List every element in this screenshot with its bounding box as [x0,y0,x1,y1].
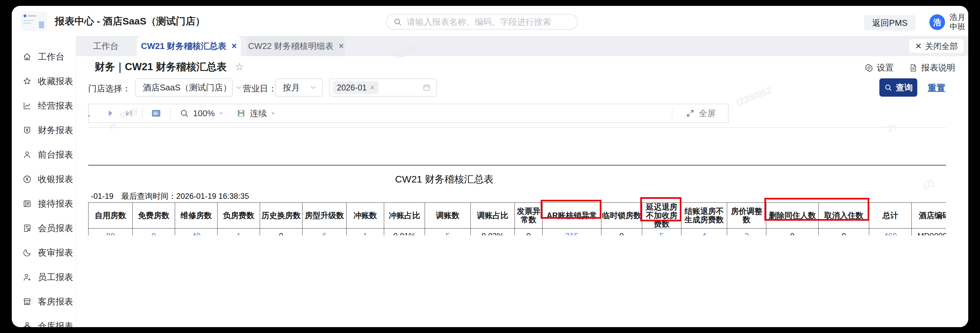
sidebar-item-warehouse-reports[interactable]: 仓库报表 [12,314,76,327]
staff-plus-icon [22,272,32,282]
sidebar-item-workbench[interactable]: 工作台 [12,44,76,69]
page-number[interactable]: 1 [88,104,90,122]
sidebar-items: 工作台收藏报表经营报表财务报表前台报表收银报表接待报表会员报表夜审报表员工报表客… [12,36,76,327]
page-actions: 设置 报表说明 [864,62,955,73]
column-header: 删除同住人数 [766,203,819,228]
table-cell[interactable]: 9 [133,228,175,236]
next-page-icon [105,108,115,118]
drill-link[interactable]: 5 [445,232,450,235]
user-shift: 中班 [950,22,965,31]
user-info: 浩月 中班 [950,13,965,31]
table-cell[interactable]: 3 [727,228,766,236]
panel-icon [151,108,162,118]
page-title-text: 财务｜CW21 财务稽核汇总表 [95,61,227,73]
storefront-icon [22,297,32,306]
close-all-tabs-button[interactable]: ✕ 关闭全部 [909,39,964,53]
tab-label: 工作台 [93,40,119,52]
settings-button[interactable]: 设置 [864,62,894,73]
column-header: 调账数 [425,203,471,228]
search-icon [393,17,402,27]
drill-link[interactable]: 1 [237,232,241,235]
sidebar-item-business-reports[interactable]: 经营报表 [12,94,76,118]
sidebar-item-finance-reports[interactable]: 财务报表 [12,118,76,142]
fullscreen-icon [686,109,695,118]
sidebar-item-label: 收藏报表 [38,75,73,87]
fullscreen-button[interactable]: 全屏 [686,104,716,122]
sidebar-item-member-reports[interactable]: 会员报表 [12,216,76,240]
drill-link[interactable]: 4 [702,232,706,235]
zoom-control[interactable]: 100% [179,104,225,122]
drill-link[interactable]: 5 [660,232,664,235]
home-icon [22,52,32,62]
column-header: 酒店编码 [912,203,947,228]
table-cell[interactable]: 469 [869,228,912,236]
sidebar-item-label: 收银报表 [38,173,73,185]
close-tab-icon[interactable]: × [232,42,237,51]
sidebar-item-label: 财务报表 [38,124,73,136]
sidebar-item-room-reports[interactable]: 客房报表 [12,289,76,314]
star-icon [22,76,32,86]
report-doc-button[interactable]: 报表说明 [909,62,955,73]
drill-link[interactable]: 40 [192,232,200,235]
date-tag-value: 2026-01 [337,83,367,92]
table-cell[interactable]: 5 [425,228,471,236]
search-input[interactable] [406,17,571,27]
report-table: 自用房数免费房数维修房数负房费数历史换房数房型升级数冲账数冲账占比调账数调账占比… [88,202,946,235]
caret-down-icon [218,110,225,117]
table-cell[interactable]: 1 [218,228,260,236]
drill-link[interactable]: 80 [106,232,115,235]
table-cell[interactable]: 1 [347,228,384,236]
close-tab-icon[interactable]: × [339,42,344,51]
sidebar-item-reception-reports[interactable]: 接待报表 [12,191,76,216]
sidebar-item-cashier-reports[interactable]: 收银报表 [12,167,76,191]
sidebar-item-nightaudit-reports[interactable]: 夜审报表 [12,240,76,265]
display-mode-control[interactable]: 连续 [236,104,277,122]
tab-cw21[interactable]: CW21 财务稽核汇总表× [137,36,241,56]
remove-date-icon[interactable]: × [370,83,375,92]
tab-cw22[interactable]: CW22 财务稽核明细表× [247,36,345,56]
sidebar-item-label: 客房报表 [38,296,73,308]
sidebar-item-label: 员工报表 [38,271,73,283]
back-to-pms-button[interactable]: 返回PMS [864,15,916,31]
panel-toggle-button[interactable] [151,104,162,122]
favorite-star-icon[interactable]: ☆ [235,61,244,73]
search-icon [884,83,892,92]
table-cell[interactable]: 5 [642,228,681,236]
tab-workbench[interactable]: 工作台 [80,36,132,56]
query-label: 查询 [896,82,913,94]
drill-link[interactable]: 9 [151,232,156,235]
table-cell[interactable]: 6 [302,228,347,236]
reset-button[interactable]: 重置 [928,82,945,94]
table-cell[interactable]: 40 [175,228,218,236]
report-toolbar: 1 100% 连续 [88,104,729,123]
chart-line-icon [22,101,32,111]
fullscreen-label: 全屏 [699,108,716,119]
reception-board-icon [22,199,32,209]
drill-link[interactable]: 6 [322,232,326,235]
drill-link[interactable]: 3 [745,232,749,235]
global-search[interactable] [386,14,578,30]
store-select[interactable]: 酒店SaaS（测试门店） [135,78,233,97]
last-page-button[interactable] [124,104,134,122]
column-header: 延迟退房不加收房费数 [642,203,681,228]
column-header: 维修房数 [175,203,218,228]
drill-link[interactable]: 315 [565,232,578,235]
user-name: 浩月 [950,13,965,22]
date-mode-select[interactable]: 按月 [275,78,323,97]
date-picker[interactable]: 2026-01 × [329,78,437,97]
caret-down-icon [269,110,277,117]
query-button[interactable]: 查询 [880,78,917,97]
next-page-button[interactable] [105,104,115,122]
member-doc-icon [22,223,32,233]
avatar[interactable]: 浩 [929,14,945,30]
sidebar-item-favorite-reports[interactable]: 收藏报表 [12,69,76,94]
app-logo [21,12,47,31]
table-cell[interactable]: 4 [681,228,727,236]
column-header: 调账占比 [471,203,515,228]
table-cell[interactable]: 80 [89,228,133,236]
table-cell[interactable]: 315 [542,228,601,236]
sidebar-item-staff-reports[interactable]: 员工报表 [12,265,76,289]
drill-link[interactable]: 469 [884,232,897,235]
drill-link[interactable]: 1 [363,232,367,235]
sidebar-item-frontdesk-reports[interactable]: 前台报表 [12,142,76,167]
